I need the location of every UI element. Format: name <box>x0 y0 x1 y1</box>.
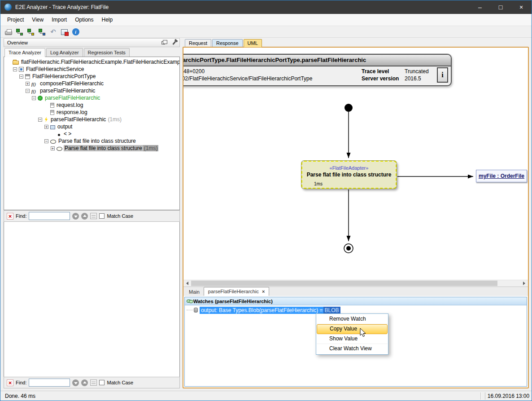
tree-item[interactable]: + Parse flat file into class structure (… <box>4 145 179 152</box>
menu-project[interactable]: Project <box>3 14 28 26</box>
tree-expander[interactable]: − <box>44 139 48 143</box>
tree-expander[interactable]: − <box>19 75 23 79</box>
menu-options[interactable]: Options <box>71 14 97 26</box>
match-case-checkbox[interactable] <box>99 213 105 219</box>
find-previous-button[interactable] <box>81 379 88 386</box>
menu-view[interactable]: View <box>28 14 48 26</box>
find-previous-button[interactable] <box>81 213 88 220</box>
find-next-button[interactable] <box>72 379 79 386</box>
activity-node[interactable]: «FlatFileAdapter» Parse flat file into c… <box>301 161 397 189</box>
tab-trace-analyzer[interactable]: Trace Analyzer <box>4 48 45 57</box>
overview-panel: Overview Trace AnalyzerLog AnalyzerRegre… <box>4 38 180 388</box>
scroll-right-button[interactable] <box>520 280 528 286</box>
pin-panel-button[interactable] <box>170 40 178 46</box>
tree-expander[interactable]: + <box>26 82 30 86</box>
status-datetime: 16.09.2016 13:00 <box>485 392 532 400</box>
tree-item[interactable]: − FlatFileHierachicService <box>4 66 179 73</box>
watch-item[interactable]: output: Base Types.Blob(parseFlatFileHie… <box>185 306 527 314</box>
find-label: Find: <box>16 380 26 385</box>
menu-help[interactable]: Help <box>98 14 117 26</box>
find-close-button[interactable]: × <box>7 213 13 220</box>
scrollbar-thumb[interactable] <box>191 281 497 286</box>
oval-icon <box>50 140 56 144</box>
tree-item[interactable]: − parseFlatFileHierarchic (1ms) <box>4 116 179 123</box>
tab-regression-tests[interactable]: Regression Tests <box>84 48 130 57</box>
scroll-left-button[interactable] <box>183 280 191 286</box>
trace-tree: flatFileHierachic.FlatFileHierachicExamp… <box>4 57 180 210</box>
tab-close-icon[interactable]: × <box>262 289 265 294</box>
arrow-right-icon <box>523 282 525 285</box>
print-button[interactable] <box>3 27 13 37</box>
menu-import[interactable]: Import <box>48 14 71 26</box>
undo-button[interactable]: ↶ <box>48 27 58 37</box>
horizontal-scrollbar[interactable] <box>183 280 528 286</box>
tree-guide-line <box>187 310 193 310</box>
import-log-icon <box>38 28 46 35</box>
watches-icon <box>187 300 191 303</box>
tree-item[interactable]: < > <box>4 130 179 137</box>
menu-item-clear-watch-view[interactable]: Clear Watch View <box>317 344 388 354</box>
tree-expander[interactable]: + <box>44 125 48 129</box>
watches-title: Watches (parseFlatFileHierarchic) <box>193 299 273 304</box>
find-input[interactable] <box>29 379 70 387</box>
tree-expander[interactable]: + <box>51 146 55 150</box>
log-list-panel <box>4 222 180 377</box>
oval-icon <box>57 147 62 151</box>
menu-item-show-value[interactable]: Show Value <box>317 334 388 344</box>
export-button[interactable] <box>59 27 70 37</box>
initial-node[interactable] <box>344 104 353 112</box>
info-button[interactable]: i <box>437 67 448 83</box>
close-button[interactable]: × <box>511 0 532 14</box>
bullet-icon <box>58 134 60 136</box>
tab-uml[interactable]: UML <box>244 39 262 47</box>
export-icon <box>61 29 68 35</box>
uml-header-body: 0:48+0200 302/FlatFileHierachicService/F… <box>183 66 451 84</box>
server-version-value: 2016.5 <box>405 75 434 82</box>
tab-request[interactable]: Request <box>185 39 211 47</box>
tab-response[interactable]: Response <box>212 39 243 47</box>
tree-expander[interactable]: − <box>38 118 42 122</box>
tree-item[interactable]: flatFileHierachic.FlatFileHierachicExamp… <box>4 58 179 66</box>
activity-duration: 1ms <box>314 181 323 186</box>
info-button-toolbar[interactable]: i <box>70 27 81 37</box>
minimize-button[interactable]: – <box>470 0 490 14</box>
object-node-myfile[interactable]: myFile : OrderFile <box>476 170 527 182</box>
find-input[interactable] <box>29 212 70 220</box>
find-close-button[interactable]: × <box>7 379 13 386</box>
menu-item-remove-watch[interactable]: Remove Watch <box>317 314 388 324</box>
tree-expander[interactable]: − <box>26 89 30 93</box>
find-options-button[interactable] <box>90 379 97 386</box>
watch-value: BLOB <box>323 307 340 314</box>
menu-item-copy-value[interactable]: Copy Value <box>317 324 388 334</box>
tab-parse-flat-file-hierarchic[interactable]: parseFlatFileHierarchic × <box>204 287 270 296</box>
tree-item[interactable]: − FlatFileHierarchicPortType <box>4 73 179 80</box>
find-next-button[interactable] <box>72 213 79 220</box>
app-window: E2E Analyzer - Trace Analyzer: FlatFile … <box>0 0 532 401</box>
uml-canvas[interactable]: archicPortType.FlatFileHierarchicPortTyp… <box>183 48 528 280</box>
find-options-button[interactable] <box>90 213 97 219</box>
tree-item[interactable]: response.log <box>4 109 179 116</box>
tree-item[interactable]: + output <box>4 123 179 130</box>
tree-item[interactable]: + composeFlatFileHierarchic <box>4 80 179 87</box>
folder-open-icon <box>13 61 19 65</box>
import-model-button[interactable] <box>14 27 25 37</box>
tree-expander[interactable]: − <box>32 96 36 100</box>
float-panel-button[interactable] <box>160 40 167 46</box>
status-bar: Done. 46 ms 16.09.2016 13:00 <box>0 391 532 401</box>
tree-item[interactable]: − parseFlatFileHierarchic <box>4 87 179 94</box>
import-log-button[interactable] <box>37 27 47 37</box>
gear-icon <box>38 96 43 101</box>
tree-item[interactable]: − parseFlatFileHierarchic <box>4 94 179 101</box>
match-case-checkbox[interactable] <box>99 380 105 385</box>
import-trace-button[interactable] <box>26 27 36 37</box>
close-icon: × <box>519 4 523 11</box>
window-controls: – □ × <box>470 0 532 14</box>
main-area: Overview Trace AnalyzerLog AnalyzerRegre… <box>0 38 532 391</box>
tree-expander[interactable]: − <box>13 67 17 71</box>
tree-item[interactable]: − Parse flat file into class structure <box>4 137 179 145</box>
tab-log-analyzer[interactable]: Log Analyzer <box>46 48 83 57</box>
maximize-button[interactable]: □ <box>490 0 511 14</box>
pin-icon <box>172 41 176 45</box>
tab-main[interactable]: Main <box>185 288 204 296</box>
tree-item[interactable]: request.log <box>4 101 179 109</box>
